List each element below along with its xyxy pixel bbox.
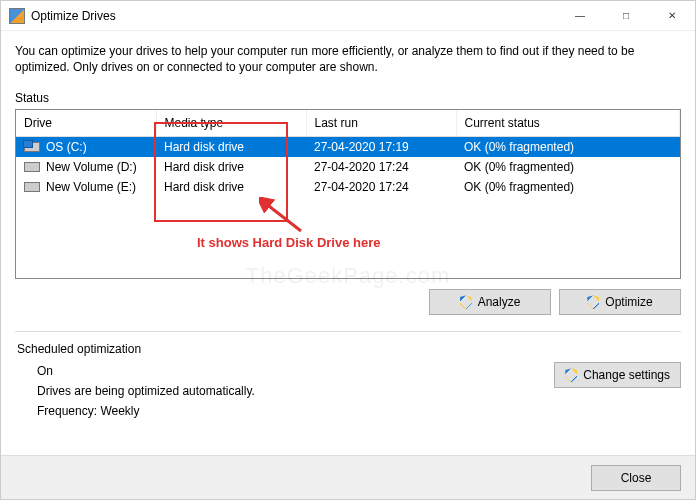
shield-icon <box>587 295 599 309</box>
media-type: Hard disk drive <box>156 157 306 177</box>
last-run: 27-04-2020 17:24 <box>306 177 456 197</box>
change-settings-label: Change settings <box>583 368 670 382</box>
intro-text: You can optimize your drives to help you… <box>15 43 681 75</box>
shield-icon <box>565 368 577 382</box>
last-run: 27-04-2020 17:24 <box>306 157 456 177</box>
optimize-button[interactable]: Optimize <box>559 289 681 315</box>
scheduled-section: Scheduled optimization On Drives are bei… <box>15 342 681 418</box>
col-drive[interactable]: Drive <box>16 110 156 137</box>
status-label: Status <box>15 91 681 105</box>
optimize-button-label: Optimize <box>605 295 652 309</box>
drives-table-container: Drive Media type Last run Current status… <box>15 109 681 279</box>
col-last-run[interactable]: Last run <box>306 110 456 137</box>
close-button[interactable]: Close <box>591 465 681 491</box>
current-status: OK (0% fragmented) <box>456 137 680 158</box>
bottom-bar: Close <box>1 455 695 499</box>
scheduled-label: Scheduled optimization <box>17 342 681 356</box>
defrag-app-icon <box>9 8 25 24</box>
media-type: Hard disk drive <box>156 137 306 158</box>
analyze-button-label: Analyze <box>478 295 521 309</box>
col-current-status[interactable]: Current status <box>456 110 680 137</box>
change-settings-button[interactable]: Change settings <box>554 362 681 388</box>
maximize-button[interactable]: □ <box>603 1 649 31</box>
shield-icon <box>460 295 472 309</box>
titlebar: Optimize Drives — □ ✕ <box>1 1 695 31</box>
drive-name: New Volume (D:) <box>46 160 137 174</box>
minimize-button[interactable]: — <box>557 1 603 31</box>
analyze-optimize-row: Analyze Optimize <box>15 279 681 331</box>
drive-icon <box>24 162 40 172</box>
last-run: 27-04-2020 17:19 <box>306 137 456 158</box>
frequency-label: Frequency: <box>37 404 97 418</box>
window-title: Optimize Drives <box>31 9 116 23</box>
table-row[interactable]: New Volume (D:)Hard disk drive27-04-2020… <box>16 157 680 177</box>
scheduled-state: On <box>17 364 554 378</box>
frequency-value: Weekly <box>100 404 139 418</box>
analyze-button[interactable]: Analyze <box>429 289 551 315</box>
table-row[interactable]: New Volume (E:)Hard disk drive27-04-2020… <box>16 177 680 197</box>
drives-table[interactable]: Drive Media type Last run Current status… <box>16 110 680 197</box>
current-status: OK (0% fragmented) <box>456 177 680 197</box>
col-media-type[interactable]: Media type <box>156 110 306 137</box>
close-window-button[interactable]: ✕ <box>649 1 695 31</box>
current-status: OK (0% fragmented) <box>456 157 680 177</box>
table-header-row: Drive Media type Last run Current status <box>16 110 680 137</box>
drive-name: New Volume (E:) <box>46 180 136 194</box>
close-button-label: Close <box>621 471 652 485</box>
drive-name: OS (C:) <box>46 140 87 154</box>
table-row[interactable]: OS (C:)Hard disk drive27-04-2020 17:19OK… <box>16 137 680 158</box>
drive-icon <box>24 142 40 152</box>
media-type: Hard disk drive <box>156 177 306 197</box>
drive-icon <box>24 182 40 192</box>
scheduled-desc: Drives are being optimized automatically… <box>17 384 554 398</box>
separator <box>15 331 681 332</box>
